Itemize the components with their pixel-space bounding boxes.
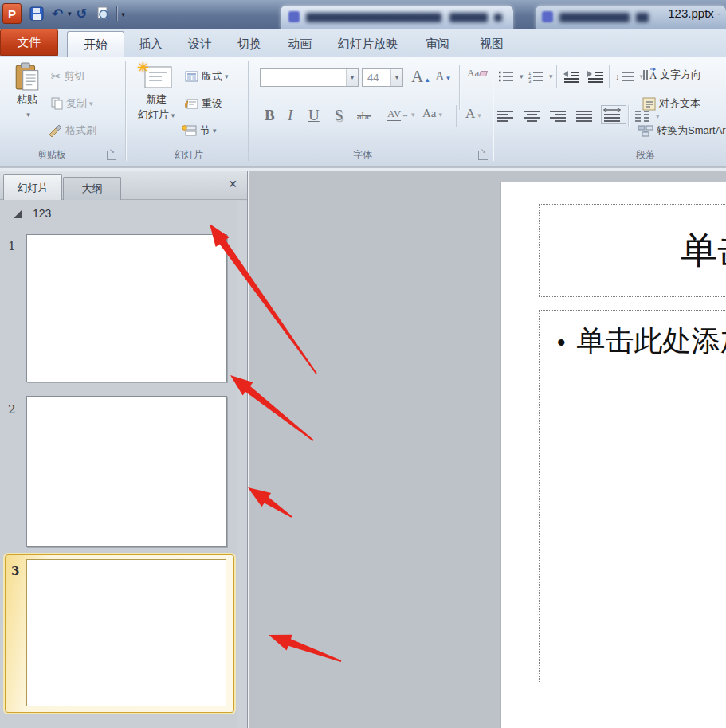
font-dialog-launcher[interactable]: [478, 151, 488, 160]
content-placeholder-line: • 单击此处添加文本: [557, 322, 726, 361]
panel-scrollbar[interactable]: [237, 201, 247, 728]
line-spacing-arrow-icon: ↕: [615, 72, 620, 81]
tab-close-blur: [494, 14, 502, 22]
browser-tab-favicon: [288, 11, 300, 22]
increase-indent-button[interactable]: [587, 67, 607, 86]
align-center-button[interactable]: [523, 107, 544, 126]
save-button[interactable]: [26, 3, 47, 24]
format-painter-button[interactable]: 格式刷: [48, 121, 96, 140]
small-separator: [459, 65, 460, 110]
slide-thumbnail-2[interactable]: [26, 396, 227, 547]
underline-button[interactable]: U: [308, 107, 320, 124]
convert-smartart-button[interactable]: 转换为SmartArt: [638, 121, 726, 140]
line-spacing-button[interactable]: ↕: [615, 67, 643, 86]
powerpoint-logo-icon[interactable]: P: [2, 3, 22, 24]
tab-view[interactable]: 视图: [469, 31, 515, 57]
clear-formatting-button[interactable]: Aa: [467, 67, 487, 80]
section-header[interactable]: 123: [0, 201, 236, 226]
font-size-combobox[interactable]: 44 ▾: [362, 68, 403, 87]
panel-divider[interactable]: [247, 171, 248, 728]
redo-button[interactable]: ↺: [72, 3, 92, 24]
font-size-value: 44: [363, 72, 379, 84]
convert-smartart-icon: [638, 124, 653, 138]
slide-canvas[interactable]: 单击此处添加标题 • 单击此处添加文本: [500, 182, 726, 728]
font-size-dropdown[interactable]: ▾: [390, 69, 402, 86]
align-right-icon: [549, 110, 567, 123]
align-right-button[interactable]: [549, 107, 570, 126]
undo-button[interactable]: ↶: [47, 3, 68, 24]
italic-button[interactable]: I: [288, 107, 292, 124]
align-center-icon: [523, 110, 540, 123]
justify-button[interactable]: [575, 107, 596, 126]
strikethrough-button[interactable]: abe: [357, 110, 371, 123]
tab-home[interactable]: 开始: [67, 31, 124, 57]
section-button[interactable]: 节: [182, 121, 217, 140]
title-placeholder-text: 单击此处添加标题: [681, 226, 726, 276]
slide-thumbnail-1[interactable]: [26, 234, 227, 382]
change-case-button[interactable]: Aa: [422, 107, 442, 120]
title-placeholder[interactable]: 单击此处添加标题: [539, 204, 726, 297]
paste-dropdown[interactable]: [24, 106, 30, 120]
panel-close-button[interactable]: ✕: [228, 178, 237, 190]
slide-number: 1: [8, 239, 16, 253]
text-direction-icon: A: [642, 68, 657, 82]
redo-icon: ↺: [76, 6, 87, 22]
align-left-button[interactable]: [496, 107, 517, 126]
tab-transitions[interactable]: 切换: [226, 31, 273, 57]
paste-button[interactable]: 粘贴: [6, 62, 48, 145]
blurred-tab-text: [559, 13, 630, 22]
font-name-combobox[interactable]: ▾: [260, 68, 359, 87]
decrease-indent-icon: [563, 70, 580, 83]
blurred-tab-text: [449, 13, 488, 22]
decrease-indent-button[interactable]: [563, 67, 583, 86]
svg-text:3: 3: [528, 79, 532, 84]
section-icon: [182, 124, 197, 137]
tab-review[interactable]: 审阅: [414, 31, 461, 57]
increase-indent-icon: [587, 70, 604, 83]
print-preview-button[interactable]: [92, 3, 113, 24]
justify-icon: [575, 110, 593, 123]
cut-button[interactable]: ✂ 剪切: [51, 67, 85, 86]
slide-thumbnail-3[interactable]: [26, 559, 226, 706]
reset-button[interactable]: 重设: [185, 94, 222, 113]
blurred-tab-text: [306, 13, 441, 22]
group-separator: [248, 61, 249, 161]
tab-outline-panel[interactable]: 大纲: [63, 177, 121, 200]
tab-file[interactable]: 文件: [0, 29, 58, 56]
tab-animations[interactable]: 动画: [277, 31, 323, 57]
small-separator: [628, 105, 629, 127]
tab-insert[interactable]: 插入: [128, 31, 174, 57]
background-browser-tab[interactable]: [281, 6, 513, 29]
tab-slides-panel[interactable]: 幻灯片: [3, 174, 62, 200]
character-spacing-button[interactable]: AV ↔: [387, 108, 415, 121]
distribute-text-button[interactable]: [601, 105, 626, 124]
bold-button[interactable]: B: [265, 107, 275, 124]
layout-button[interactable]: 版式: [185, 67, 229, 86]
grow-font-button[interactable]: A▲: [411, 67, 430, 87]
clipboard-dialog-launcher[interactable]: [107, 151, 116, 160]
paragraph-group-label: 段落: [602, 148, 689, 164]
slide-number: 2: [8, 402, 16, 417]
tab-slideshow[interactable]: 幻灯片放映: [327, 31, 409, 57]
small-separator: [456, 105, 457, 127]
section-name: 123: [33, 207, 51, 220]
shrink-font-button[interactable]: A▼: [435, 69, 451, 84]
tab-design[interactable]: 设计: [177, 31, 223, 57]
font-color-button[interactable]: A: [465, 106, 481, 122]
slides-group-label: 幻灯片: [145, 148, 233, 164]
content-placeholder[interactable]: • 单击此处添加文本: [539, 310, 726, 683]
numbering-button[interactable]: 123: [528, 67, 553, 86]
text-direction-button[interactable]: A 文字方向: [642, 65, 726, 84]
reset-icon: [185, 98, 198, 110]
copy-button[interactable]: 复制: [51, 94, 93, 113]
new-slide-button[interactable]: ✳ 新建 幻灯片: [132, 62, 180, 145]
section-collapse-icon[interactable]: [13, 209, 23, 219]
font-name-dropdown[interactable]: ▾: [346, 69, 358, 86]
bullets-button[interactable]: [498, 67, 524, 86]
text-shadow-button[interactable]: S: [335, 107, 343, 124]
customize-qat-button[interactable]: ▾: [120, 10, 127, 18]
undo-icon: ↶: [52, 6, 63, 22]
font-group-label: 字体: [319, 148, 406, 164]
align-text-button[interactable]: 对齐文本: [642, 94, 726, 113]
content-placeholder-text: 单击此处添加文本: [577, 322, 726, 361]
